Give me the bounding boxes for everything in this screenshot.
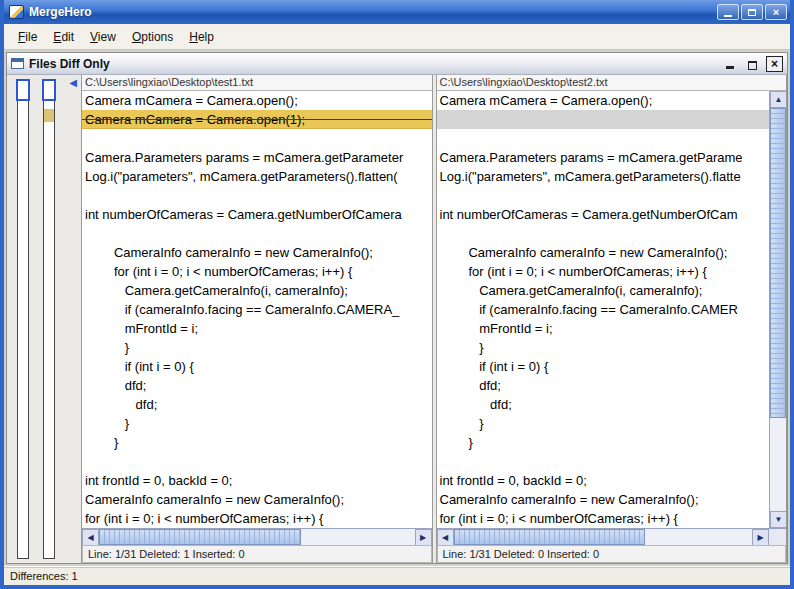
code-line[interactable] [82,452,432,471]
code-line[interactable]: } [437,414,770,433]
close-button[interactable]: × [765,4,787,20]
right-vertical-scrollbar[interactable]: ▲ ▼ [769,91,786,528]
code-line[interactable]: for (int i = 0; i < numberOfCameras; i++… [82,509,432,528]
code-line[interactable] [437,129,770,148]
code-line[interactable]: for (int i = 0; i < numberOfCameras; i++… [82,262,432,281]
code-line[interactable]: Log.i("parameters", mCamera.getParameter… [82,167,432,186]
internal-frame-title: Files Diff Only [29,57,722,71]
left-horizontal-scrollbar[interactable]: ◀ ▶ [82,528,432,545]
iconify-icon [726,66,734,69]
restore-icon [748,61,757,70]
code-line[interactable]: int numberOfCameras = Camera.getNumberOf… [437,205,770,224]
code-line[interactable]: Camera mCamera = Camera.open(); [82,91,432,110]
scroll-right-icon[interactable]: ▶ [415,529,432,546]
code-line[interactable]: int frontId = 0, backId = 0; [437,471,770,490]
right-hscroll-track[interactable] [454,529,753,545]
maximize-icon [748,9,756,16]
minimize-button[interactable] [717,4,739,20]
menu-file[interactable]: File [10,26,45,48]
menu-bar: FileEditViewOptionsHelp [4,24,790,50]
overview-bar-right[interactable] [43,79,55,559]
code-line[interactable]: dfd; [82,376,432,395]
menu-options[interactable]: Options [124,26,181,48]
code-line[interactable]: } [437,338,770,357]
scroll-down-icon[interactable]: ▼ [770,511,786,528]
internal-close-button[interactable]: × [766,56,783,72]
code-line[interactable]: } [82,338,432,357]
menu-edit[interactable]: Edit [45,26,82,48]
right-vscroll-track[interactable] [770,108,786,511]
scroll-right-icon[interactable]: ▶ [752,529,769,546]
code-line[interactable]: Camera mCamera = Camera.open(); [437,91,770,110]
code-line[interactable]: for (int i = 0; i < numberOfCameras; i++… [437,262,770,281]
code-line[interactable]: Camera.getCameraInfo(i, cameraInfo); [82,281,432,300]
right-diff-pane: C:\Users\lingxiao\Desktop\test2.txt Came… [436,75,788,563]
code-line[interactable]: dfd; [82,395,432,414]
code-line[interactable] [82,224,432,243]
code-line[interactable]: mFrontId = i; [82,319,432,338]
viewport-indicator-right [42,79,56,101]
internal-maximize-button[interactable] [744,56,760,71]
diff-mark[interactable] [44,109,54,122]
window-title: MergeHero [29,5,717,19]
minimize-icon [724,15,732,17]
scroll-left-icon[interactable]: ◀ [437,529,454,546]
code-line[interactable]: } [82,414,432,433]
window-titlebar[interactable]: MergeHero × [4,0,790,24]
right-vscroll-thumb[interactable] [770,108,786,418]
code-line[interactable] [437,452,770,471]
code-line[interactable]: int numberOfCameras = Camera.getNumberOf… [82,205,432,224]
close-icon: × [771,57,778,71]
code-line[interactable]: dfd; [437,395,770,414]
code-line[interactable]: Camera.Parameters params = mCamera.getPa… [82,148,432,167]
code-line[interactable]: } [82,433,432,452]
maximize-button[interactable] [741,4,763,20]
right-code-area[interactable]: Camera mCamera = Camera.open();Camera.Pa… [437,91,770,528]
collapse-overview-button[interactable]: ◀ [69,78,77,88]
code-line[interactable]: mFrontId = i; [437,319,770,338]
code-line[interactable]: Camera.Parameters params = mCamera.getPa… [437,148,770,167]
menu-help[interactable]: Help [181,26,222,48]
internal-frame-titlebar[interactable]: Files Diff Only × [7,53,787,75]
code-line[interactable]: Log.i("parameters", mCamera.getParameter… [437,167,770,186]
code-line[interactable]: Camera mCamera = Camera.open(1); [82,110,432,129]
code-line[interactable]: CameraInfo cameraInfo = new CameraInfo()… [82,243,432,262]
code-line[interactable]: int frontId = 0, backId = 0; [82,471,432,490]
menu-view[interactable]: View [82,26,124,48]
left-pane-status: Line: 1/31 Deleted: 1 Inserted: 0 [82,545,432,563]
close-icon: × [773,7,779,18]
scroll-up-icon[interactable]: ▲ [770,91,786,108]
scroll-left-icon[interactable]: ◀ [82,529,99,546]
right-pane-status: Line: 1/31 Deleted: 0 Inserted: 0 [437,545,787,563]
code-line[interactable] [82,129,432,148]
code-line[interactable]: for (int i = 0; i < numberOfCameras; i++… [437,509,770,528]
code-line[interactable]: Camera.getCameraInfo(i, cameraInfo); [437,281,770,300]
right-hscroll-thumb[interactable] [454,529,645,545]
right-horizontal-scrollbar[interactable]: ◀ ▶ [437,528,770,545]
code-line[interactable]: if (int i = 0) { [437,357,770,376]
code-line[interactable]: CameraInfo cameraInfo = new CameraInfo()… [437,243,770,262]
internal-iconify-button[interactable] [722,56,738,71]
app-icon [9,5,24,19]
code-line[interactable]: if (cameraInfo.facing == CameraInfo.CAME… [437,300,770,319]
code-line[interactable] [437,224,770,243]
code-line[interactable] [437,110,770,129]
scrollbar-corner [769,528,786,545]
left-hscroll-thumb[interactable] [99,529,301,545]
code-line[interactable]: if (int i = 0) { [82,357,432,376]
differences-count: Differences: 1 [10,570,78,582]
left-code-area[interactable]: Camera mCamera = Camera.open();Camera mC… [82,91,432,528]
code-line[interactable] [82,186,432,205]
diff-internal-frame: Files Diff Only × ◀ [6,52,788,564]
left-hscroll-track[interactable] [99,529,415,545]
code-line[interactable]: CameraInfo cameraInfo = new CameraInfo()… [437,490,770,509]
code-line[interactable] [437,186,770,205]
code-line[interactable]: } [437,433,770,452]
overview-bar-left[interactable] [17,79,29,559]
code-line[interactable]: dfd; [437,376,770,395]
desktop: Files Diff Only × ◀ [4,50,790,566]
code-line[interactable]: if (cameraInfo.facing == CameraInfo.CAME… [82,300,432,319]
viewport-indicator-left [16,79,30,101]
internal-frame-icon [11,58,24,69]
code-line[interactable]: CameraInfo cameraInfo = new CameraInfo()… [82,490,432,509]
